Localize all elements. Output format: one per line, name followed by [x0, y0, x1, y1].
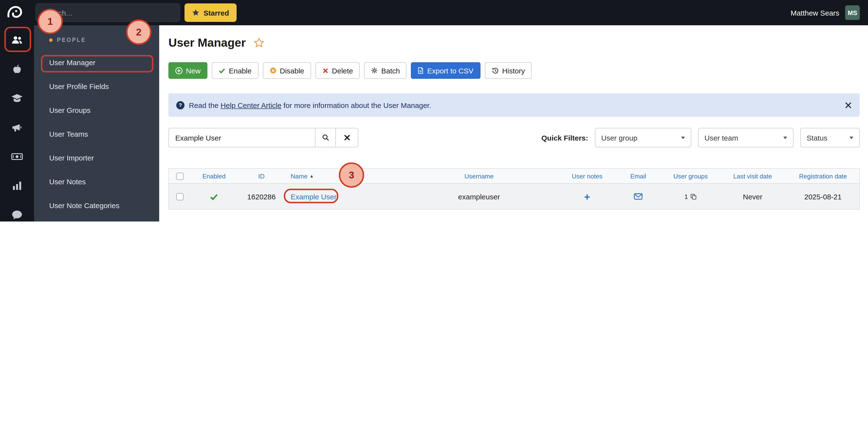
help-icon: ? [176, 101, 185, 109]
action-toolbar: New Enable Disable Delete [168, 62, 860, 79]
clear-search-button[interactable] [335, 128, 358, 147]
users-icon [11, 34, 23, 46]
chevron-down-icon [783, 136, 787, 139]
disable-button[interactable]: Disable [262, 62, 311, 79]
chevron-down-icon [681, 136, 685, 139]
starred-label: Starred [204, 8, 229, 17]
status-select[interactable]: Status [800, 128, 860, 147]
file-icon [418, 67, 424, 74]
app-logo[interactable] [5, 3, 24, 22]
banner-close-icon[interactable] [845, 101, 852, 109]
new-button[interactable]: New [168, 62, 207, 79]
rail-item-billing[interactable] [0, 142, 34, 171]
user-team-select[interactable]: User team [698, 128, 794, 147]
x-icon [322, 67, 329, 74]
envelope-icon[interactable] [634, 193, 643, 200]
enable-button[interactable]: Enable [212, 62, 258, 79]
rail-item-people[interactable] [0, 25, 34, 55]
column-header-name[interactable]: Name ▲ [286, 172, 398, 180]
column-header-last-visit[interactable]: Last visit date [718, 172, 787, 180]
banner-text: Read the Help Center Article for more in… [189, 101, 431, 109]
megaphone-icon [11, 122, 23, 133]
history-clock-icon [491, 67, 499, 74]
sidebar-item-access-levels[interactable]: Access Levels [34, 217, 159, 222]
column-header-registration[interactable]: Registration date [787, 172, 859, 180]
favorite-star-button[interactable] [253, 37, 264, 48]
select-all-checkbox[interactable] [176, 172, 184, 180]
app-window: Starred Matthew Sears MS [0, 0, 868, 222]
username-cell: exampleuser [398, 192, 560, 201]
circle-x-icon [270, 67, 276, 74]
export-csv-button[interactable]: Export to CSV [411, 62, 480, 79]
filter-row: Quick Filters: User group User team Stat… [168, 128, 860, 147]
sidebar: PEOPLE User Manager User Profile Fields … [34, 25, 159, 222]
clear-x-icon [343, 134, 350, 141]
rail-item-marketing[interactable] [0, 113, 34, 142]
history-button[interactable]: History [485, 62, 532, 79]
global-search-input[interactable] [35, 3, 180, 22]
section-label: PEOPLE [57, 37, 86, 43]
chat-bubble-icon [11, 209, 23, 221]
column-header-user-groups[interactable]: User groups [662, 172, 718, 180]
check-icon [219, 67, 225, 74]
elephant-logo-icon [5, 3, 24, 22]
sidebar-item-user-groups[interactable]: User Groups [34, 98, 159, 122]
column-header-user-notes[interactable]: User notes [560, 172, 614, 180]
section-dot-icon [49, 38, 53, 42]
name-cell: Example User [286, 192, 398, 201]
sidebar-section-people: PEOPLE [34, 25, 159, 50]
users-table: Enabled ID Name ▲ Username User notes Em… [168, 168, 860, 210]
graduation-cap-icon [11, 92, 23, 105]
user-name-link[interactable]: Example User [291, 192, 336, 201]
table-row: 1620286 Example User exampleuser + 1 [169, 184, 859, 209]
avatar[interactable]: MS [845, 5, 860, 20]
gear-icon [371, 67, 378, 74]
banner-text-after: for more information about the User Mana… [281, 101, 431, 109]
sidebar-item-user-teams[interactable]: User Teams [34, 122, 159, 146]
starred-button[interactable]: Starred [185, 3, 236, 22]
info-banner: ? Read the Help Center Article for more … [168, 93, 860, 117]
sidebar-item-user-manager[interactable]: User Manager [34, 50, 159, 74]
registration-cell: 2025-08-21 [787, 192, 859, 201]
sidebar-item-user-importer[interactable]: User Importer [34, 146, 159, 170]
plus-circle-icon [175, 67, 183, 74]
enabled-cell [191, 192, 237, 201]
star-outline-icon [253, 37, 264, 48]
apple-icon [11, 63, 23, 75]
column-header-enabled[interactable]: Enabled [191, 172, 237, 180]
search-button[interactable] [315, 128, 336, 147]
user-search-input[interactable] [168, 128, 315, 147]
enabled-check-icon [210, 192, 218, 201]
sort-asc-icon: ▲ [309, 174, 314, 178]
delete-button[interactable]: Delete [315, 62, 360, 79]
rail-item-messages[interactable] [0, 200, 34, 222]
copy-icon[interactable] [690, 193, 696, 200]
add-note-icon[interactable]: + [584, 191, 590, 202]
column-header-id[interactable]: ID [237, 172, 286, 180]
table-header-row: Enabled ID Name ▲ Username User notes Em… [169, 169, 859, 184]
account-user-name[interactable]: Matthew Sears [790, 8, 839, 17]
topbar: Starred Matthew Sears MS [0, 0, 868, 25]
row-checkbox[interactable] [176, 193, 184, 200]
user-notes-cell: + [560, 191, 614, 202]
last-visit-cell: Never [718, 192, 787, 201]
search-icon [321, 134, 329, 141]
user-group-select[interactable]: User group [595, 128, 691, 147]
batch-button[interactable]: Batch [364, 62, 407, 79]
sidebar-item-user-profile-fields[interactable]: User Profile Fields [34, 74, 159, 98]
sidebar-item-user-notes[interactable]: User Notes [34, 170, 159, 194]
column-header-username[interactable]: Username [398, 172, 560, 180]
help-center-link[interactable]: Help Center Article [220, 101, 281, 109]
rail-item-courses[interactable] [0, 83, 34, 113]
rail-item-engagement[interactable] [0, 55, 34, 83]
icon-rail [0, 25, 34, 222]
quick-filters-label: Quick Filters: [541, 134, 588, 142]
column-header-email[interactable]: Email [614, 172, 662, 180]
sidebar-item-user-note-categories[interactable]: User Note Categories [34, 194, 159, 217]
user-groups-count: 1 [684, 193, 688, 200]
page-title: User Manager [168, 36, 246, 49]
bar-chart-icon [11, 180, 23, 192]
rail-item-reports[interactable] [0, 171, 34, 200]
chevron-down-icon [849, 136, 854, 139]
main-content: User Manager New Enable [159, 25, 868, 222]
